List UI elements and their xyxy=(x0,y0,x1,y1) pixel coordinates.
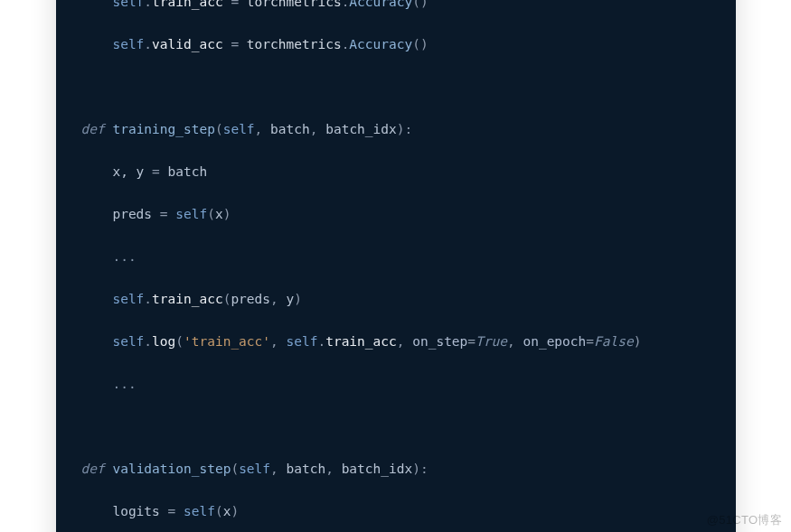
code-block: def __init__(self): ... self.train_acc =… xyxy=(81,0,711,532)
code-line: preds = self(x) xyxy=(81,204,711,225)
code-card: def __init__(self): ... self.train_acc =… xyxy=(56,0,736,532)
code-line: def validation_step(self, batch, batch_i… xyxy=(81,459,711,480)
blank-line xyxy=(81,77,711,98)
code-line: self.train_acc = torchmetrics.Accuracy() xyxy=(81,0,711,13)
code-line: ... xyxy=(81,374,711,395)
code-line: self.train_acc(preds, y) xyxy=(81,289,711,310)
code-line: ... xyxy=(81,247,711,267)
code-line: self.valid_acc = torchmetrics.Accuracy() xyxy=(81,34,711,55)
code-line: logits = self(x) xyxy=(81,501,711,522)
blank-line xyxy=(81,416,711,437)
code-line: def training_step(self, batch, batch_idx… xyxy=(81,119,711,140)
code-line: self.log('train_acc', self.train_acc, on… xyxy=(81,331,711,352)
watermark-text: @51CTO博客 xyxy=(707,512,782,528)
code-line: x, y = batch xyxy=(81,162,711,182)
